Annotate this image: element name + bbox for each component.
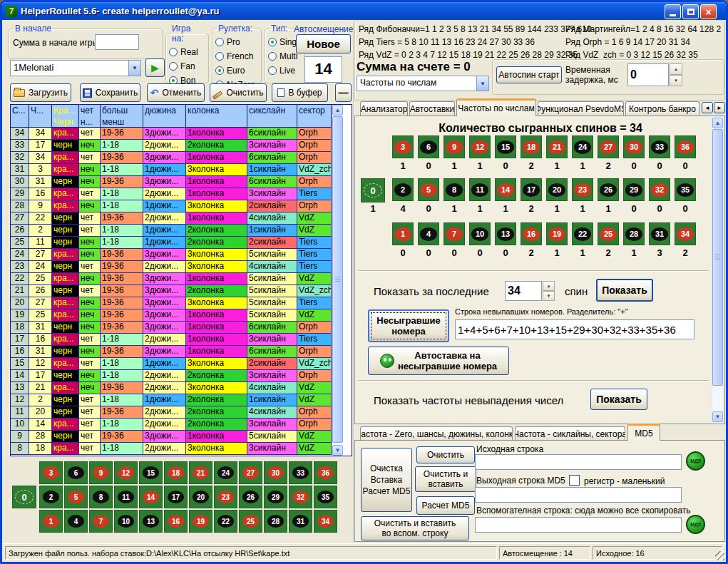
table-row[interactable]: 289кра...неч1-181дюжи...3колонка2сиклайн… bbox=[11, 200, 332, 212]
table-row[interactable]: 1512кра...чет1-181дюжи...3колонка2сиклай… bbox=[11, 358, 332, 370]
chevron-down-icon[interactable]: ▼ bbox=[476, 76, 488, 91]
board-cell-6[interactable]: 6 bbox=[64, 461, 88, 484]
board-cell-2[interactable]: 2 bbox=[39, 486, 63, 508]
show-last-spinner[interactable]: ▲ ▼ bbox=[543, 281, 555, 301]
table-row[interactable]: 1631черннеч19-363дюжи...1колонка6сиклайн… bbox=[11, 346, 332, 358]
radio-fan[interactable]: Fan bbox=[169, 59, 205, 73]
toolbar-copy-button[interactable]: В буфер bbox=[272, 83, 328, 102]
board-cell-25[interactable]: 25 bbox=[598, 222, 619, 245]
board-cell-34[interactable]: 34 bbox=[675, 222, 696, 245]
board-cell-33[interactable]: 33 bbox=[649, 135, 670, 158]
board-cell-23[interactable]: 23 bbox=[214, 486, 237, 508]
board-cell-5[interactable]: 5 bbox=[418, 178, 439, 201]
tab-lower-1[interactable]: Частота - Zero, шансы, дюжины, колонки bbox=[360, 426, 513, 441]
column-header[interactable]: Ч... bbox=[29, 105, 52, 127]
preset-combo[interactable]: 1Melonati ▼ bbox=[10, 60, 141, 76]
board-cell-35[interactable]: 35 bbox=[314, 486, 337, 508]
delay-spinner[interactable]: ▲ ▼ bbox=[670, 63, 682, 86]
board-cell-18[interactable]: 18 bbox=[521, 135, 542, 158]
table-row[interactable]: 1831черннеч19-363дюжи...1колонка6сиклайн… bbox=[11, 322, 332, 334]
board-cell-26[interactable]: 26 bbox=[239, 486, 262, 508]
md5-clear-paste-aux-button[interactable]: Очистить и вставить во вспом. строку bbox=[361, 516, 469, 540]
maximize-button[interactable] bbox=[682, 4, 699, 19]
table-row[interactable]: 2027кра...неч19-363дюжи...3колонка5сикла… bbox=[11, 297, 332, 309]
md5-calc-aux-icon[interactable]: МД5 bbox=[686, 515, 705, 534]
board-cell-zero[interactable]: 0 bbox=[12, 486, 36, 508]
board-cell-19[interactable]: 19 bbox=[546, 222, 568, 245]
tab-lower-3[interactable]: MD5 bbox=[627, 424, 660, 441]
board-cell-9[interactable]: 9 bbox=[89, 461, 113, 484]
board-cell-2[interactable]: 2 bbox=[392, 178, 414, 201]
radio-french[interactable]: French bbox=[215, 49, 258, 63]
md5-calc-icon[interactable]: МД5 bbox=[686, 451, 705, 471]
register-checkbox[interactable] bbox=[569, 475, 580, 486]
spin-down-icon[interactable]: ▼ bbox=[670, 75, 682, 86]
table-row[interactable]: 122чернчет1-181дюжи...2колонка1сиклайнVd… bbox=[11, 394, 332, 406]
board-cell-6[interactable]: 6 bbox=[418, 135, 439, 158]
board-cell-4[interactable]: 4 bbox=[418, 222, 439, 245]
table-row[interactable]: 2916кра...чет1-182дюжи...1колонка3сиклай… bbox=[11, 188, 332, 200]
table-row[interactable]: 818кра...чет1-182дюжи...3колонка3сиклайн… bbox=[11, 443, 332, 455]
board-cell-34[interactable]: 34 bbox=[314, 510, 337, 533]
board-cell-zero[interactable]: 0 bbox=[361, 178, 385, 202]
board-cell-14[interactable]: 14 bbox=[495, 178, 516, 201]
board-cell-36[interactable]: 36 bbox=[314, 461, 337, 484]
radio-live[interactable]: Live bbox=[268, 63, 302, 78]
board-cell-17[interactable]: 17 bbox=[164, 486, 188, 508]
board-cell-5[interactable]: 5 bbox=[64, 486, 88, 508]
board-cell-32[interactable]: 32 bbox=[649, 178, 670, 201]
toolbar-undo-button[interactable]: ↶Отменить bbox=[147, 83, 205, 102]
board-cell-30[interactable]: 30 bbox=[623, 135, 645, 158]
table-row[interactable]: 1120чернчет19-362дюжи...2колонка4сиклайн… bbox=[11, 406, 332, 419]
column-header[interactable]: сектор bbox=[297, 105, 332, 127]
column-header[interactable]: большменш bbox=[101, 105, 143, 127]
scroll-down-icon[interactable]: ▼ bbox=[332, 445, 343, 456]
new-button[interactable]: Новое bbox=[296, 34, 351, 53]
board-cell-31[interactable]: 31 bbox=[289, 510, 312, 533]
board-cell-14[interactable]: 14 bbox=[139, 486, 163, 508]
table-row[interactable]: 2722чернчет19-362дюжи...1колонка4сиклайн… bbox=[11, 212, 332, 225]
table-row[interactable]: 2225кра...неч19-363дюжи...1колонка5сикла… bbox=[11, 273, 332, 285]
board-cell-35[interactable]: 35 bbox=[675, 178, 696, 201]
board-cell-9[interactable]: 9 bbox=[444, 135, 465, 158]
minimize-button[interactable] bbox=[665, 4, 681, 19]
md5-output-input[interactable] bbox=[475, 487, 682, 503]
chevron-down-icon[interactable]: ▼ bbox=[128, 61, 140, 76]
panel-scrollbar-thumb[interactable] bbox=[712, 129, 723, 386]
autobet-missed-button[interactable]: Автоставка на несыгравшие номера bbox=[368, 347, 509, 375]
spin-up-icon[interactable]: ▲ bbox=[543, 281, 555, 291]
board-cell-24[interactable]: 24 bbox=[214, 461, 237, 484]
table-row[interactable]: 1925кра...неч19-363дюжи...1колонка5сикла… bbox=[11, 309, 332, 322]
column-header[interactable]: четн... bbox=[79, 105, 101, 127]
tab-main-3[interactable]: Частоты по числам bbox=[456, 98, 536, 116]
md5-clear-button[interactable]: Очистить bbox=[416, 446, 475, 463]
board-cell-7[interactable]: 7 bbox=[89, 510, 113, 533]
board-cell-25[interactable]: 25 bbox=[239, 510, 262, 533]
table-row[interactable]: 1417черннеч1-182дюжи...2колонка3сиклайнO… bbox=[11, 370, 332, 382]
board-cell-3[interactable]: 3 bbox=[392, 135, 414, 158]
table-row[interactable]: 3234кра...чет19-363дюжи...1колонка6сикла… bbox=[11, 152, 332, 164]
radio-euro[interactable]: Euro bbox=[215, 63, 258, 78]
board-cell-4[interactable]: 4 bbox=[64, 510, 88, 533]
board-cell-1[interactable]: 1 bbox=[39, 510, 63, 533]
board-cell-22[interactable]: 22 bbox=[572, 222, 593, 245]
table-row[interactable]: 1014кра...чет1-182дюжи...2колонка3сиклай… bbox=[11, 419, 332, 431]
md5-calc-button[interactable]: Расчет MD5 bbox=[416, 496, 475, 515]
radio-real[interactable]: Real bbox=[169, 45, 205, 59]
panel-scrollbar[interactable]: ▲ ▼ bbox=[712, 118, 723, 422]
scroll-down-icon[interactable]: ▼ bbox=[712, 411, 723, 422]
toolbar-save-button[interactable]: Сохранить bbox=[80, 83, 140, 102]
board-cell-27[interactable]: 27 bbox=[239, 461, 262, 484]
table-scrollbar[interactable]: ▲ ▼ bbox=[332, 105, 342, 456]
column-header[interactable]: дюжина bbox=[143, 105, 186, 127]
board-cell-11[interactable]: 11 bbox=[469, 178, 491, 201]
md5-clear-paste-calc-button[interactable]: Очистка Вставка Расчет MD5 bbox=[361, 448, 412, 512]
board-cell-16[interactable]: 16 bbox=[164, 510, 188, 533]
board-cell-16[interactable]: 16 bbox=[521, 222, 542, 245]
autospin-start-button[interactable]: Автоспин старт bbox=[496, 66, 562, 83]
board-cell-20[interactable]: 20 bbox=[546, 178, 568, 201]
mode-combo[interactable]: Частоты по числам ▼ bbox=[357, 76, 489, 91]
board-cell-26[interactable]: 26 bbox=[598, 178, 619, 201]
table-row[interactable]: 262чернчет1-181дюжи...2колонка1сиклайнVd… bbox=[11, 225, 332, 237]
table-row[interactable]: 1321кра...неч19-362дюжи...3колонка4сикла… bbox=[11, 382, 332, 394]
